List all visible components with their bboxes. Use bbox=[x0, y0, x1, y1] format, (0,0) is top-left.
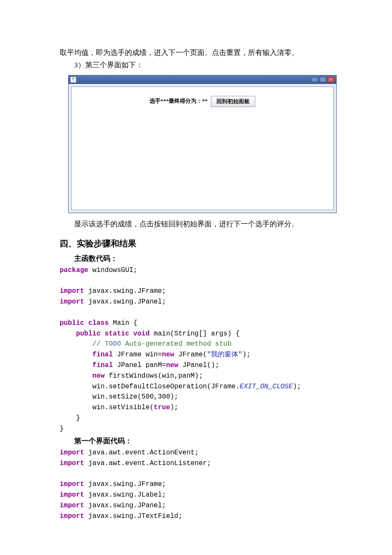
kw-new: new bbox=[162, 351, 174, 358]
intro-line-1: 取平均值，即为选手的成绩，进入下一个页面。点击重置，所有输入清零。 bbox=[60, 47, 334, 59]
code-text: JFrame( bbox=[174, 351, 207, 358]
code-text: javax.swing.JFrame; bbox=[84, 480, 166, 488]
code-text: javax.swing.JPanel; bbox=[84, 298, 166, 306]
kw-class: class bbox=[88, 319, 109, 327]
code-text: JFrame win= bbox=[113, 351, 162, 358]
code-text: win.setSize(500,300); bbox=[92, 393, 179, 401]
kw-import: import bbox=[60, 502, 84, 509]
section-heading: 四、实验步骤和结果 bbox=[60, 237, 334, 250]
kw-package: package bbox=[60, 266, 88, 274]
constant: EXIT_ON_CLOSE bbox=[239, 383, 293, 390]
intro-line-2: 3）第三个界面如下： bbox=[60, 59, 334, 72]
code-text: ); bbox=[170, 404, 178, 411]
code-text: ); bbox=[242, 351, 251, 358]
swing-window-screenshot: ☕ – □ × 选手***最终得分为：** 回到初始面板 bbox=[68, 75, 337, 213]
kw-true: true bbox=[154, 404, 170, 411]
kw-void: void bbox=[133, 330, 150, 338]
kw-static: static bbox=[105, 330, 130, 338]
comment: // TODO Auto-generated method stub bbox=[92, 340, 231, 348]
code-block-1: package windowsGUI; import javax.swing.J… bbox=[60, 265, 334, 434]
kw-import: import bbox=[60, 491, 84, 499]
kw-final: final bbox=[92, 361, 113, 369]
code-text: firstWindows(win,panM); bbox=[105, 372, 203, 380]
string-literal: "我的窗体" bbox=[207, 351, 242, 358]
code-text: win.setDefaultCloseOperation(JFrame. bbox=[92, 383, 240, 390]
kw-import: import bbox=[60, 449, 84, 457]
code-text: java.awt.event.ActionListener; bbox=[84, 460, 211, 467]
titlebar-left: ☕ bbox=[70, 77, 76, 83]
kw-import: import bbox=[60, 287, 84, 295]
code-text: main(String[] args) { bbox=[150, 330, 239, 338]
code-text: javax.swing.JTextField; bbox=[84, 512, 182, 520]
back-to-start-button[interactable]: 回到初始面板 bbox=[211, 96, 255, 107]
code-text: Main { bbox=[109, 319, 137, 327]
code-text: javax.swing.JPanel; bbox=[84, 502, 166, 509]
kw-public: public bbox=[76, 330, 101, 338]
close-icon[interactable]: × bbox=[327, 77, 334, 82]
code-text: java.awt.event.ActionEvent; bbox=[84, 449, 199, 457]
subheading-main-code: 主函数代码： bbox=[74, 253, 334, 264]
kw-new: new bbox=[92, 372, 105, 380]
kw-new: new bbox=[166, 361, 179, 369]
minimize-icon[interactable]: – bbox=[311, 77, 318, 82]
score-label: 选手***最终得分为：** bbox=[150, 97, 208, 106]
kw-public: public bbox=[60, 319, 84, 327]
code-text: javax.swing.JLabel; bbox=[84, 491, 166, 499]
kw-final: final bbox=[92, 351, 113, 358]
code-text: JPanel(); bbox=[178, 361, 219, 369]
kw-import: import bbox=[60, 460, 84, 467]
java-icon: ☕ bbox=[70, 77, 76, 83]
code-text: } bbox=[60, 414, 80, 422]
kw-import: import bbox=[60, 298, 84, 306]
kw-import: import bbox=[60, 512, 84, 520]
code-text: } bbox=[60, 425, 64, 433]
window-body: 选手***最终得分为：** 回到初始面板 bbox=[71, 87, 334, 210]
maximize-icon[interactable]: □ bbox=[319, 77, 326, 82]
kw-import: import bbox=[60, 480, 84, 488]
code-text: win.setVisible( bbox=[92, 404, 154, 411]
caption-line: 显示该选手的成绩，点击按钮回到初始界面，进行下一个选手的评分。 bbox=[60, 218, 334, 231]
code-text: windowsGUI; bbox=[88, 266, 137, 274]
code-text: JPanel panM= bbox=[113, 361, 166, 369]
document-page: 取平均值，即为选手的成绩，进入下一个页面。点击重置，所有输入清零。 3）第三个界… bbox=[0, 0, 392, 555]
subheading-first-ui-code: 第一个界面代码： bbox=[74, 435, 334, 447]
todo-tag: TODO bbox=[105, 340, 121, 348]
code-text: ); bbox=[293, 383, 301, 390]
titlebar-buttons: – □ × bbox=[311, 77, 334, 82]
score-row: 选手***最终得分为：** 回到初始面板 bbox=[150, 95, 256, 107]
code-text: javax.swing.JFrame; bbox=[84, 287, 166, 295]
titlebar: ☕ – □ × bbox=[69, 75, 336, 84]
code-block-2: import java.awt.event.ActionEvent; impor… bbox=[60, 448, 334, 522]
